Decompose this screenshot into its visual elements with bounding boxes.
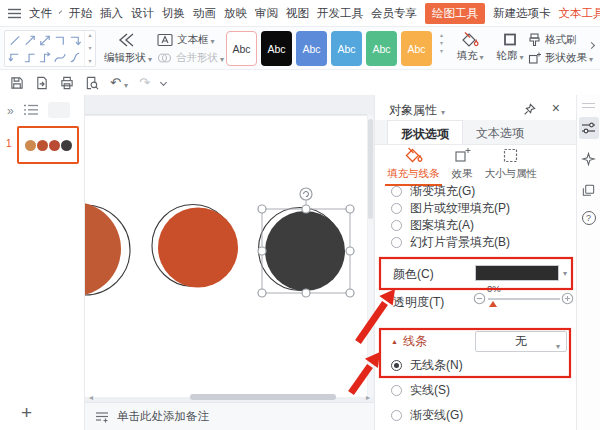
fill-color-swatch[interactable] xyxy=(475,265,559,281)
shape-effects-button[interactable]: 形状效果 xyxy=(528,49,593,67)
resize-handle-ne[interactable] xyxy=(346,205,354,213)
resize-handle-nw[interactable] xyxy=(258,205,266,213)
menu-home[interactable]: 开始 xyxy=(69,6,92,21)
transparency-decrease-icon[interactable] xyxy=(473,292,486,305)
zigzag-connector-shape-icon[interactable] xyxy=(22,49,37,66)
resize-handle-e[interactable] xyxy=(346,247,354,255)
transparency-slider-track[interactable] xyxy=(488,298,560,300)
hscroll-left-icon[interactable] xyxy=(85,393,97,402)
resize-handle-n[interactable] xyxy=(302,205,310,213)
subtab-effects[interactable]: 效果 xyxy=(446,147,479,186)
expand-panel-icon[interactable] xyxy=(7,101,14,119)
print-icon[interactable] xyxy=(60,76,74,90)
transparency-slider-thumb[interactable] xyxy=(489,301,497,307)
double-arrow-line-shape-icon[interactable] xyxy=(37,32,52,49)
line-option-no-line[interactable]: 无线条(N) xyxy=(391,357,463,374)
fill-option-picture-texture[interactable]: 图片或纹理填充(P) xyxy=(391,200,510,217)
menu-animation[interactable]: 动画 xyxy=(193,6,216,21)
menu-insert[interactable]: 插入 xyxy=(100,6,123,21)
canvas-hscrollbar[interactable] xyxy=(85,392,374,402)
resize-handle-sw[interactable] xyxy=(258,289,266,297)
style-scroll-down-icon[interactable]: ▾ xyxy=(440,41,443,46)
shape-style-chip[interactable]: Abc xyxy=(366,31,397,66)
zigzag-arrow-shape-icon[interactable] xyxy=(37,49,52,66)
subtab-fill-and-line[interactable]: 填充与线条 xyxy=(381,147,446,186)
hscroll-thumb[interactable] xyxy=(190,394,336,400)
tab-text-tools[interactable]: 文本工具 xyxy=(559,6,600,21)
notes-bar[interactable]: 单击此处添加备注 xyxy=(85,402,374,430)
tab-shape-options[interactable]: 形状选项 xyxy=(387,120,463,144)
fill-option-pattern[interactable]: 图案填充(A) xyxy=(391,217,510,234)
line-option-gradient[interactable]: 渐变线(G) xyxy=(391,407,463,424)
menu-devtools[interactable]: 开发工具 xyxy=(317,6,363,21)
menu-design[interactable]: 设计 xyxy=(131,6,154,21)
add-slide-button[interactable] xyxy=(21,403,32,422)
arrow-line-shape-icon[interactable] xyxy=(22,32,37,49)
gallery-more-icon[interactable]: ▾ xyxy=(88,59,91,64)
gallery-scroll-up-icon[interactable]: ▴ xyxy=(88,33,91,38)
file-caret-icon[interactable] xyxy=(59,10,63,14)
fill-option-gradient[interactable]: 渐变填充(G) xyxy=(391,183,510,200)
menu-transition[interactable]: 切换 xyxy=(162,6,185,21)
format-painter-button[interactable]: 格式刷 xyxy=(528,31,593,49)
tab-text-options[interactable]: 文本选项 xyxy=(463,120,537,144)
panel-title-caret-icon[interactable] xyxy=(441,104,445,118)
outline-view-icon[interactable] xyxy=(24,104,38,116)
slide-thumbnail-selected[interactable] xyxy=(17,126,79,164)
quickbar-more-icon[interactable] xyxy=(160,79,167,86)
undo-button[interactable]: ↶ xyxy=(110,74,128,92)
shape-style-chip[interactable]: Abc xyxy=(296,31,327,66)
elbow-arrow-connector-shape-icon[interactable] xyxy=(67,32,82,49)
line-style-dropdown[interactable]: 无 xyxy=(475,331,567,352)
merge-shapes-button[interactable]: 合并形状 xyxy=(157,49,224,67)
slide-canvas[interactable] xyxy=(85,95,374,430)
edit-shape-button[interactable]: 编辑形状 xyxy=(100,31,156,65)
color-dropdown-caret-icon[interactable] xyxy=(563,265,567,279)
circle-shape-middle[interactable] xyxy=(158,208,238,288)
menu-file[interactable]: 文件 xyxy=(29,6,52,21)
properties-pane-button[interactable] xyxy=(579,117,599,139)
resize-handle-se[interactable] xyxy=(346,289,354,297)
menu-view[interactable]: 视图 xyxy=(286,6,309,21)
menu-review[interactable]: 审阅 xyxy=(255,6,278,21)
text-box-button[interactable]: 文本框 xyxy=(157,31,224,49)
fill-option-slide-background[interactable]: 幻灯片背景填充(B) xyxy=(391,234,510,251)
line-shape-icon[interactable] xyxy=(7,32,22,49)
hscroll-right-icon[interactable] xyxy=(362,393,374,402)
export-icon[interactable] xyxy=(35,76,49,90)
panel-drag-handle[interactable] xyxy=(582,103,595,108)
outline-button[interactable]: 轮廓 xyxy=(492,31,528,63)
effects-pane-button[interactable] xyxy=(579,148,599,170)
s-curve-shape-icon[interactable] xyxy=(67,49,82,66)
tab-drawing-tools-active[interactable]: 绘图工具 xyxy=(425,3,485,24)
resize-handle-s[interactable] xyxy=(302,289,310,297)
hamburger-menu-icon[interactable] xyxy=(8,8,21,19)
menu-new-tab[interactable]: 新建选项卡 xyxy=(493,6,551,21)
shape-style-chip[interactable]: Abc xyxy=(226,31,257,66)
redo-icon[interactable]: ↷ xyxy=(139,76,150,89)
selection-pane-button[interactable] xyxy=(579,179,599,201)
elbow-double-arrow-shape-icon[interactable] xyxy=(7,49,22,66)
line-section-header[interactable]: 线条 xyxy=(391,333,427,350)
circle-shape-selected[interactable] xyxy=(265,211,345,291)
shape-style-chip[interactable]: Abc xyxy=(401,31,432,66)
transparency-increase-icon[interactable] xyxy=(561,292,574,305)
menu-membership[interactable]: 会员专享 xyxy=(371,6,417,21)
save-icon[interactable] xyxy=(10,76,24,90)
line-option-solid[interactable]: 实线(S) xyxy=(391,382,463,399)
print-preview-icon[interactable] xyxy=(85,76,99,90)
resize-handle-w[interactable] xyxy=(258,247,266,255)
curved-connector-shape-icon[interactable] xyxy=(52,49,67,66)
thumbnail-view-button[interactable] xyxy=(48,102,70,118)
subtab-size-properties[interactable]: 大小与属性 xyxy=(479,147,544,186)
shape-style-chip[interactable]: Abc xyxy=(331,31,362,66)
style-scroll-up-icon[interactable]: ▴ xyxy=(440,33,443,38)
elbow-connector-shape-icon[interactable] xyxy=(52,32,67,49)
rotation-handle[interactable] xyxy=(300,188,312,200)
menu-slideshow[interactable]: 放映 xyxy=(224,6,247,21)
close-panel-icon[interactable] xyxy=(552,100,560,116)
help-icon[interactable] xyxy=(582,211,596,225)
shape-style-chip[interactable]: Abc xyxy=(261,31,292,66)
fill-button[interactable]: 填充 xyxy=(452,31,488,63)
pin-panel-icon[interactable] xyxy=(523,103,536,116)
